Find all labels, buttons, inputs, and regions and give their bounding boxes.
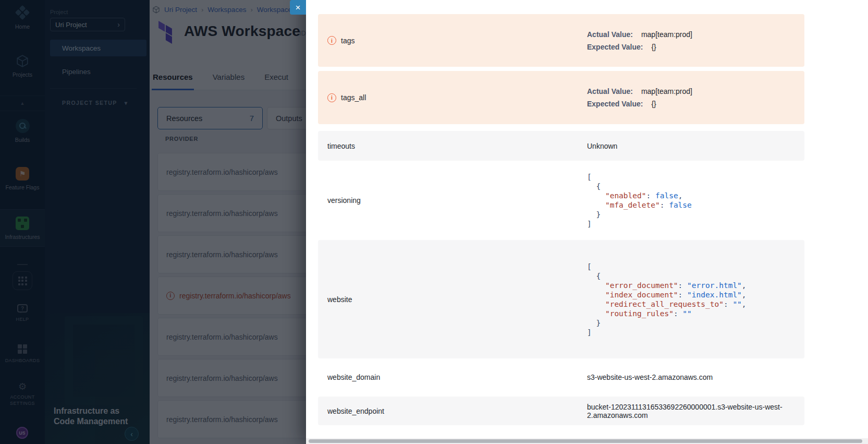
attribute-row: itags_allActual Value:map[team:prod]Expe… bbox=[318, 71, 804, 124]
attribute-key: versioning bbox=[327, 196, 361, 205]
close-button[interactable]: × bbox=[290, 0, 306, 15]
horizontal-scrollbar-thumb[interactable] bbox=[309, 439, 862, 443]
attribute-row: website_endpointbucket-12023111316533692… bbox=[318, 397, 804, 425]
value-label: Expected Value: bbox=[587, 100, 643, 108]
attribute-value: s3-website-us-west-2.amazonaws.com bbox=[587, 373, 804, 381]
value-text: {} bbox=[651, 43, 656, 51]
attribute-row: timeoutsUnknown bbox=[318, 131, 804, 161]
value-text: map[team:prod] bbox=[641, 30, 692, 39]
attribute-key: tags bbox=[341, 37, 354, 45]
close-icon: × bbox=[296, 3, 301, 12]
attribute-key: tags_all bbox=[341, 93, 366, 102]
horizontal-scrollbar-track[interactable] bbox=[306, 438, 868, 444]
json-code-block: [ { "enabled": false, "mfa_delete": fals… bbox=[587, 172, 797, 229]
attribute-key: website_endpoint bbox=[327, 407, 384, 415]
attribute-row: website[ { "error_document": "error.html… bbox=[318, 240, 804, 358]
attribute-key: website bbox=[327, 295, 352, 304]
app-root: Home Projects ▲ Builds ⚑ Feature Flags I… bbox=[0, 0, 868, 444]
attribute-value: Actual Value:map[team:prod]Expected Valu… bbox=[587, 26, 804, 55]
resource-detail-drawer: × itagsActual Value:map[team:prod]Expect… bbox=[306, 0, 868, 444]
warning-icon: i bbox=[327, 93, 336, 102]
attribute-value: [ { "enabled": false, "mfa_delete": fals… bbox=[587, 172, 804, 229]
attribute-row: itagsActual Value:map[team:prod]Expected… bbox=[318, 14, 804, 67]
value-label: Actual Value: bbox=[587, 30, 633, 39]
value-text: {} bbox=[651, 100, 656, 108]
attribute-key: timeouts bbox=[327, 142, 355, 150]
warning-icon: i bbox=[327, 36, 336, 45]
attribute-value: [ { "error_document": "error.html", "ind… bbox=[587, 262, 804, 337]
json-code-block: [ { "error_document": "error.html", "ind… bbox=[587, 262, 797, 337]
attribute-row: website_domains3-website-us-west-2.amazo… bbox=[318, 363, 804, 391]
attribute-value: Unknown bbox=[587, 142, 804, 150]
value-label: Expected Value: bbox=[587, 43, 643, 51]
attribute-row: versioning[ { "enabled": false, "mfa_del… bbox=[318, 165, 804, 235]
attribute-value: Actual Value:map[team:prod]Expected Valu… bbox=[587, 83, 804, 112]
attribute-value: bucket-12023111316533692260000001.s3-web… bbox=[587, 403, 804, 419]
attribute-key: website_domain bbox=[327, 373, 380, 381]
value-text: map[team:prod] bbox=[641, 87, 692, 95]
value-label: Actual Value: bbox=[587, 87, 633, 95]
